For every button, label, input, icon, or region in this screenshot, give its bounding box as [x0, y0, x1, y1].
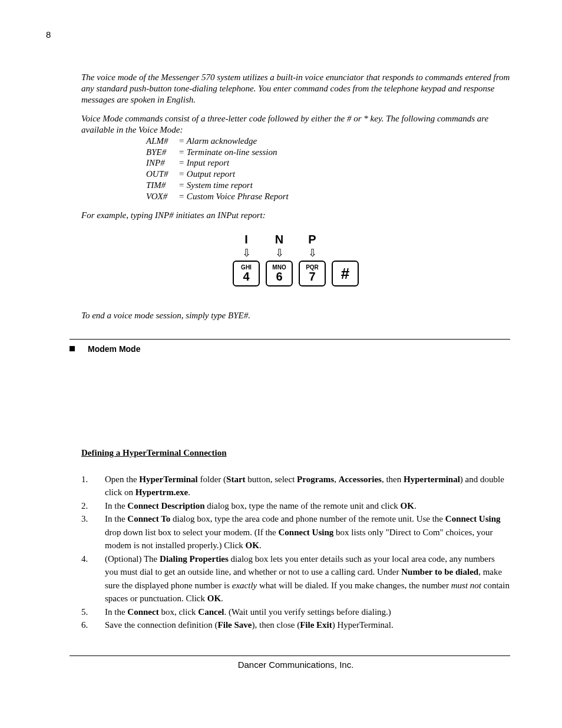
key-letter: P [308, 233, 316, 246]
step-5: 5. In the Connect box, click Cancel. (Wa… [81, 605, 510, 619]
step-2: 2. In the Connect Description dialog box… [81, 499, 510, 513]
example-text: For example, typing INP# initiates an IN… [81, 210, 510, 221]
phone-key-6: MNO 6 [266, 261, 293, 286]
step-6: 6. Save the connection definition (File … [81, 618, 510, 632]
step-4: 4. (Optional) The Dialing Properties dia… [81, 552, 510, 605]
footer: Dancer Communications, Inc. [81, 660, 510, 670]
command-list: ALM#= Alarm acknowledge BYE#= Terminate … [146, 136, 510, 202]
key-letter: I [244, 233, 248, 246]
steps-list: 1. Open the HyperTerminal folder (Start … [81, 473, 510, 632]
phone-key-hash: # [332, 261, 359, 286]
footer-divider [70, 655, 510, 656]
command-row: TIM#= System time report [146, 180, 510, 191]
phone-key-4: GHI 4 [233, 261, 260, 286]
phone-key-7: PQR 7 [299, 261, 326, 286]
main-content: The voice mode of the Messenger 570 syst… [81, 72, 510, 670]
down-arrow-icon: ⇩ [275, 248, 284, 258]
command-row: ALM#= Alarm acknowledge [146, 136, 510, 147]
divider [70, 339, 510, 340]
key-letter: N [275, 233, 283, 246]
command-row: INP#= Input report [146, 157, 510, 169]
keypad-col: N ⇩ MNO 6 [266, 233, 293, 286]
down-arrow-icon: ⇩ [242, 248, 251, 258]
command-row: OUT#= Output report [146, 169, 510, 180]
intro-paragraph-1: The voice mode of the Messenger 570 syst… [81, 72, 510, 105]
page-number: 8 [46, 29, 516, 39]
command-row: BYE#= Terminate on-line session [146, 147, 510, 158]
section-heading: Modem Mode [70, 344, 510, 354]
down-arrow-icon: ⇩ [308, 248, 317, 258]
step-3: 3. In the Connect To dialog box, type th… [81, 512, 510, 552]
keypad-diagram: I ⇩ GHI 4 N ⇩ MNO 6 P ⇩ PQR 7 # [81, 233, 510, 286]
keypad-col: I ⇩ GHI 4 [233, 233, 260, 286]
step-1: 1. Open the HyperTerminal folder (Start … [81, 473, 510, 499]
keypad-col: # [332, 233, 359, 286]
subsection-heading: Defining a HyperTerminal Connection [81, 448, 510, 458]
keypad-col: P ⇩ PQR 7 [299, 233, 326, 286]
bullet-icon [70, 346, 75, 351]
end-session-text: To end a voice mode session, simply type… [81, 310, 510, 321]
intro-paragraph-2: Voice Mode commands consist of a three-l… [81, 113, 510, 136]
command-row: VOX#= Custom Voice Phrase Report [146, 191, 510, 202]
